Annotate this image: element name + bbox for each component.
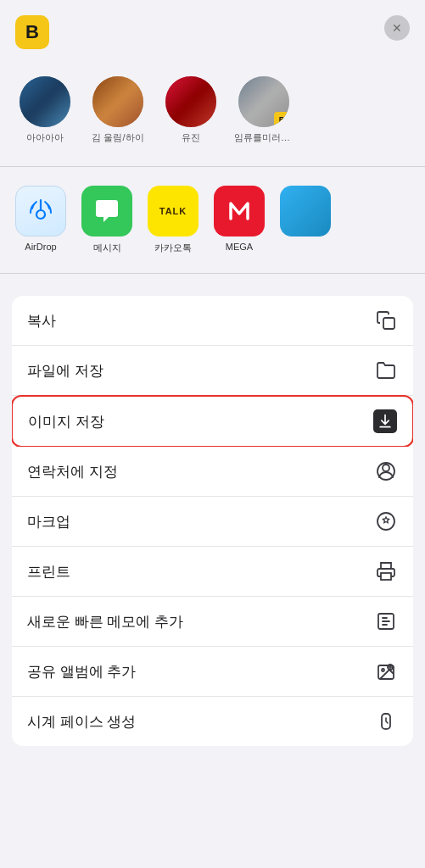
- menu-item-markup-label: 마크업: [27, 512, 70, 531]
- messages-icon: [81, 186, 132, 236]
- divider-2: [0, 273, 425, 274]
- close-button[interactable]: ✕: [384, 15, 410, 41]
- mega-icon: [214, 186, 265, 236]
- album-icon: [374, 659, 398, 683]
- contact-icon: [374, 459, 398, 483]
- menu-item-save-file[interactable]: 파일에 저장: [12, 346, 413, 396]
- menu-item-quick-memo[interactable]: 새로운 빠른 메모에 추가: [12, 597, 413, 647]
- app-badge-letter: B: [25, 21, 39, 43]
- menu-item-assign-contact-label: 연락처에 지정: [27, 462, 118, 481]
- app-item-messages[interactable]: 메시지: [81, 186, 132, 254]
- menu-item-shared-album-label: 공유 앨범에 추가: [27, 662, 136, 682]
- svg-rect-5: [381, 573, 391, 580]
- menu-item-save-image[interactable]: 이미지 저장: [12, 395, 413, 448]
- airdrop-icon: [15, 186, 66, 236]
- contact-item[interactable]: 아아아아: [15, 76, 75, 144]
- kakao-icon: TALK: [148, 186, 199, 236]
- close-icon: ✕: [392, 21, 402, 35]
- airdrop-label: AirDrop: [25, 242, 56, 252]
- divider: [0, 166, 425, 167]
- menu-item-copy-label: 복사: [27, 311, 56, 331]
- svg-point-0: [36, 210, 45, 219]
- contacts-row: 아아아아 김 울림/하이 유진 B 임류를미러미레: [0, 17, 425, 159]
- menu-item-shared-album[interactable]: 공유 앨범에 추가: [12, 647, 413, 697]
- markup-icon: [374, 509, 398, 533]
- menu-item-quick-memo-label: 새로운 빠른 메모에 추가: [27, 612, 183, 632]
- avatar-badge: B: [274, 112, 289, 127]
- share-sheet: B ✕ 아아아아 김 울림/하이 유진: [0, 0, 425, 868]
- menu-item-copy[interactable]: 복사: [12, 296, 413, 346]
- folder-icon: [374, 359, 398, 382]
- save-image-icon: [373, 409, 397, 433]
- avatar: [92, 76, 143, 127]
- gap: [0, 281, 425, 289]
- app-item-kakao[interactable]: TALK 카카오톡: [148, 186, 199, 254]
- contact-item[interactable]: 김 울림/하이: [88, 76, 148, 144]
- memo-icon: [374, 609, 398, 633]
- avatar: [20, 76, 70, 127]
- menu-item-markup[interactable]: 마크업: [12, 497, 413, 547]
- messages-label: 메시지: [93, 242, 121, 254]
- menu-item-print[interactable]: 프린트: [12, 547, 413, 597]
- copy-icon: [374, 309, 398, 332]
- kakao-label: 카카오톡: [154, 242, 192, 254]
- svg-rect-1: [383, 318, 394, 329]
- menu-item-print-label: 프린트: [27, 562, 70, 581]
- menu-list: 복사 파일에 저장 이미지 저장: [12, 296, 413, 746]
- menu-item-save-image-label: 이미지 저장: [28, 412, 104, 431]
- app-item-mega[interactable]: MEGA: [214, 186, 265, 254]
- app-item-extra[interactable]: [280, 186, 331, 254]
- mega-label: MEGA: [226, 242, 253, 252]
- svg-point-2: [383, 465, 389, 471]
- contact-label: 아아아아: [26, 131, 64, 144]
- svg-point-8: [382, 669, 384, 671]
- app-item-airdrop[interactable]: AirDrop: [15, 186, 66, 254]
- contact-item[interactable]: B 임류를미러미레: [234, 76, 294, 144]
- app-badge-icon: B: [15, 15, 49, 49]
- contact-label: 김 울림/하이: [92, 131, 143, 144]
- contact-item[interactable]: 유진: [161, 76, 221, 144]
- extra-app-icon: [280, 186, 331, 236]
- menu-item-save-file-label: 파일에 저장: [27, 361, 103, 381]
- avatar: B: [238, 76, 289, 127]
- apps-row: AirDrop 메시지 TALK 카카오톡: [0, 174, 425, 266]
- menu-item-assign-contact[interactable]: 연락처에 지정: [12, 447, 413, 497]
- partial-overlay: [12, 727, 413, 746]
- contact-label: 유진: [182, 131, 200, 144]
- print-icon: [374, 559, 398, 583]
- avatar: [165, 76, 216, 127]
- contact-label: 임류를미러미레: [234, 131, 294, 144]
- menu-item-watch-face[interactable]: 시계 페이스 생성: [12, 697, 413, 746]
